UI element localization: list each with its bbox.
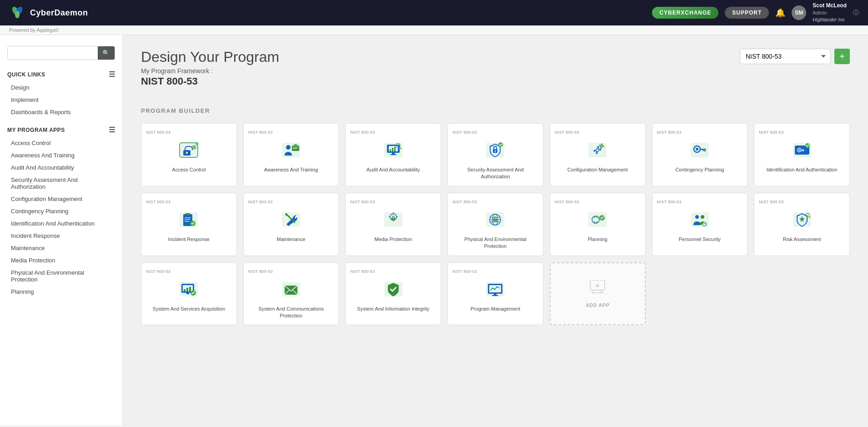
awareness-training-icon xyxy=(279,138,303,162)
search-input[interactable] xyxy=(8,46,98,60)
card-awareness-training[interactable]: NIST 800-53 Awareness xyxy=(243,123,339,186)
add-framework-button[interactable]: + xyxy=(834,49,850,64)
main-layout: 🔍 QUICK LINKS ☰ Design Implement Dashboa… xyxy=(0,35,868,426)
card-risk-assessment[interactable]: NIST 800-53 Risk Assessment xyxy=(754,193,850,256)
system-communications-icon xyxy=(279,277,303,301)
identification-authentication-icon xyxy=(790,138,814,162)
sidebar-item-configuration-mgmt[interactable]: Configuration Management xyxy=(0,193,122,205)
svg-rect-42 xyxy=(702,150,704,151)
sidebar-item-awareness-training[interactable]: Awareness And Training xyxy=(0,149,122,161)
framework-select[interactable]: NIST 800-53 NIST 800-171 ISO 27001 CIS C… xyxy=(740,49,831,64)
card-system-information[interactable]: NIST 800-53 System And Information Integ… xyxy=(345,262,441,326)
svg-point-34 xyxy=(597,149,599,151)
card-label: System And Services Acquisition xyxy=(153,306,226,312)
logo-text: CyberDaemon xyxy=(30,8,88,18)
card-contingency-planning[interactable]: NIST 800-53 Contingency Planning xyxy=(652,123,748,186)
physical-environmental-icon xyxy=(483,208,507,231)
cyberxchange-button[interactable]: CYBERXCHANGE xyxy=(652,7,718,19)
card-personnel-security[interactable]: NIST 800-53 Personnel xyxy=(652,193,748,256)
card-tag: NIST 800-53 xyxy=(759,200,783,204)
sidebar-item-contingency-planning[interactable]: Contingency Planning xyxy=(0,205,122,217)
card-add-app[interactable]: ADD APP xyxy=(550,262,646,326)
svg-rect-92 xyxy=(184,289,186,291)
sidebar-item-security-assessment[interactable]: Security Assessment And Authorization xyxy=(0,174,122,193)
svg-rect-21 xyxy=(390,149,391,151)
system-services-icon xyxy=(177,277,201,301)
svg-point-76 xyxy=(495,220,496,221)
sidebar-item-maintenance[interactable]: Maintenance xyxy=(0,242,122,254)
planning-icon xyxy=(586,208,609,231)
search-box[interactable]: 🔍 xyxy=(7,46,115,60)
sidebar-item-media-protection[interactable]: Media Protection xyxy=(0,254,122,266)
svg-rect-23 xyxy=(394,147,396,151)
card-tag: NIST 800-53 xyxy=(452,200,477,204)
card-security-assessment[interactable]: NIST 800-53 xyxy=(447,123,543,186)
card-tag: NIST 800-53 xyxy=(452,130,477,135)
card-label: Incident Response xyxy=(168,236,210,243)
program-management-icon xyxy=(483,277,507,301)
card-tag: NIST 800-53 xyxy=(657,200,682,204)
sidebar-item-incident-response[interactable]: Incident Response xyxy=(0,230,122,242)
system-information-icon xyxy=(381,277,405,301)
sidebar: 🔍 QUICK LINKS ☰ Design Implement Dashboa… xyxy=(0,35,123,426)
svg-rect-48 xyxy=(803,151,804,152)
support-button[interactable]: SUPPORT xyxy=(725,7,769,19)
card-identification-auth[interactable]: NIST 800-53 xyxy=(754,123,850,186)
svg-rect-108 xyxy=(494,294,497,295)
card-tag: NIST 800-53 xyxy=(248,200,273,204)
program-apps-menu-icon[interactable]: ☰ xyxy=(109,126,115,134)
svg-point-39 xyxy=(696,148,698,151)
svg-point-82 xyxy=(701,215,704,219)
card-system-communications[interactable]: NIST 800-53 System And Communications Pr… xyxy=(243,262,339,326)
contingency-planning-icon xyxy=(688,138,712,162)
sidebar-item-audit-accountability[interactable]: Audit And Accountability xyxy=(0,161,122,174)
notifications-icon[interactable]: 🔔 xyxy=(775,8,785,18)
card-tag: NIST 800-53 xyxy=(657,130,682,135)
card-audit-accountability[interactable]: NIST 800-53 xyxy=(345,123,441,186)
quick-links-menu-icon[interactable]: ☰ xyxy=(109,70,115,79)
card-label: Audit And Accountability xyxy=(366,166,420,173)
sidebar-item-physical-environmental[interactable]: Physical And Environmental Protection xyxy=(0,266,122,286)
sidebar-item-access-control[interactable]: Access Control xyxy=(0,137,122,149)
search-button[interactable]: 🔍 xyxy=(98,46,115,60)
svg-point-36 xyxy=(601,146,602,147)
card-tag: NIST 800-53 xyxy=(350,200,375,204)
framework-label: My Program Framework : xyxy=(141,67,279,75)
card-configuration-mgmt[interactable]: NIST 800-53 xyxy=(550,123,646,186)
svg-rect-84 xyxy=(703,224,705,226)
card-planning[interactable]: NIST 800-53 Planning xyxy=(550,193,646,256)
card-maintenance[interactable]: NIST 800-53 Maintenance xyxy=(243,193,339,256)
security-assessment-icon xyxy=(483,138,507,162)
card-label: Security Assessment And Authorization xyxy=(452,166,538,181)
add-app-label: ADD APP xyxy=(586,302,610,308)
card-incident-response[interactable]: NIST 800-53 Incident R xyxy=(141,193,237,256)
card-physical-environmental[interactable]: NIST 800-53 xyxy=(447,193,543,256)
svg-point-81 xyxy=(695,215,699,219)
svg-point-107 xyxy=(497,286,498,287)
user-menu-chevron[interactable]: ⓘ xyxy=(853,9,859,17)
program-cards-grid: NIST 800-53 i Access Control xyxy=(141,123,850,325)
card-label: Awareness And Training xyxy=(264,166,318,173)
svg-point-7 xyxy=(186,152,188,154)
card-label: Personnel Security xyxy=(679,236,721,243)
card-system-services[interactable]: NIST 800-53 xyxy=(141,262,237,326)
card-label: Risk Assessment xyxy=(783,236,821,243)
card-label: Access Control xyxy=(172,166,206,173)
svg-point-106 xyxy=(494,288,496,290)
card-label: System And Information Integrity xyxy=(357,306,429,312)
svg-rect-22 xyxy=(392,148,393,151)
user-role: Admin xyxy=(813,10,847,16)
card-media-protection[interactable]: NIST 800-53 xyxy=(345,193,441,256)
sidebar-item-dashboards[interactable]: Dashboards & Reports xyxy=(0,106,122,118)
sidebar-item-identification-auth[interactable]: Identification And Authentication xyxy=(0,217,122,230)
program-apps-section: MY PROGRAM APPS ☰ xyxy=(0,123,122,137)
sidebar-item-planning[interactable]: Planning xyxy=(0,286,122,298)
card-program-management[interactable]: NIST 800-53 xyxy=(447,262,543,326)
svg-line-112 xyxy=(601,290,602,293)
card-tag: NIST 800-53 xyxy=(146,269,171,274)
sidebar-item-implement[interactable]: Implement xyxy=(0,94,122,106)
card-access-control[interactable]: NIST 800-53 i Access Control xyxy=(141,123,237,186)
user-avatar: SM xyxy=(792,5,806,20)
sidebar-item-design[interactable]: Design xyxy=(0,81,122,94)
framework-value: NIST 800-53 xyxy=(141,75,279,87)
